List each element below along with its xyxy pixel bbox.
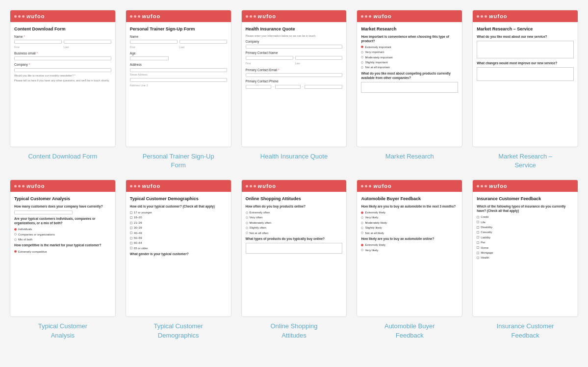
preview-header: wufoo (473, 180, 578, 192)
preview-header: wufoo (10, 180, 115, 192)
card-content-download[interactable]: wufoo Content Download Form Name * First… (10, 10, 116, 170)
field-email-label: Business email * (14, 51, 111, 55)
card-typical-customer-analysis[interactable]: wufoo Typical Customer Analysis How many… (10, 180, 116, 340)
preview-header: wufoo (357, 10, 462, 22)
card-label-automobile-feedback: Automobile BuyerFeedback (384, 322, 435, 340)
question-1: How many customers does your company hav… (14, 204, 111, 209)
preview-body: Market Research – Service What do you li… (473, 22, 578, 143)
question-2: How likely are you to buy an automobile … (361, 236, 458, 241)
card-preview-insurance-feedback: wufoo Insurance Customer Feedback Which … (472, 180, 578, 317)
question-1: How often do you buy products online? (246, 204, 343, 209)
preview-header: wufoo (10, 10, 115, 22)
form-title: Content Download Form (14, 26, 111, 32)
card-online-shopping[interactable]: wufoo Online Shopping Attitudes How ofte… (241, 180, 347, 340)
form-title: Typical Customer Analysis (14, 196, 111, 202)
card-preview-health-insurance: wufoo Health Insurance Quote Please ente… (241, 10, 347, 147)
wufoo-logo: wufoo (258, 183, 276, 189)
form-title: Automobile Buyer Feedback (361, 196, 458, 202)
card-preview-market-research: wufoo Market Research How important is c… (357, 10, 462, 147)
preview-body: Insurance Customer Feedback Which of the… (473, 192, 578, 313)
field-contact-name-label: Primary Contact Name (246, 51, 343, 55)
question-2: What gender is your typical customer? (130, 252, 227, 256)
card-preview-typical-customer-demographics: wufoo Typical Customer Demographics How … (126, 180, 231, 317)
preview-header: wufoo (126, 180, 231, 192)
field-name-label: Name (130, 34, 227, 39)
card-preview-automobile-feedback: wufoo Automobile Buyer Feedback How like… (357, 180, 462, 317)
preview-body: Typical Customer Analysis How many custo… (10, 192, 115, 313)
card-preview-personal-trainer: wufoo Personal Trainer Sign-Up Form Name… (126, 10, 231, 147)
card-automobile-feedback[interactable]: wufoo Automobile Buyer Feedback How like… (357, 180, 462, 340)
card-personal-trainer[interactable]: wufoo Personal Trainer Sign-Up Form Name… (126, 10, 231, 170)
question-1: What do you like most about our new serv… (477, 34, 574, 39)
card-insurance-feedback[interactable]: wufoo Insurance Customer Feedback Which … (472, 180, 578, 340)
question-2: Are your typical customers individuals, … (14, 216, 111, 225)
preview-header: wufoo (242, 180, 347, 192)
preview-body: Health Insurance Quote Please enter your… (242, 22, 347, 143)
card-label-typical-customer-analysis: Typical CustomerAnalysis (38, 322, 87, 340)
field-company-label: Company (246, 39, 343, 44)
preview-header: wufoo (357, 180, 462, 192)
wufoo-logo: wufoo (373, 13, 391, 19)
preview-body: Online Shopping Attitudes How often do y… (242, 192, 347, 313)
card-label-insurance-feedback: Insurance CustomerFeedback (497, 322, 554, 340)
question-2: What do you like most about competing pr… (361, 71, 458, 80)
preview-body: Typical Customer Demographics How old is… (126, 192, 231, 313)
wufoo-logo: wufoo (373, 183, 391, 189)
wufoo-logo: wufoo (489, 13, 507, 19)
field-contact-email-label: Primary Contact Email * (246, 68, 343, 72)
wufoo-logo: wufoo (26, 13, 45, 19)
wufoo-logo: wufoo (142, 13, 160, 19)
card-grid: wufoo Content Download Form Name * First… (10, 10, 578, 340)
card-market-research[interactable]: wufoo Market Research How important is c… (357, 10, 462, 170)
wufoo-logo: wufoo (489, 183, 507, 189)
field-age-label: Age (130, 51, 227, 55)
card-preview-market-research-service: wufoo Market Research – Service What do … (472, 10, 578, 147)
card-preview-online-shopping: wufoo Online Shopping Attitudes How ofte… (241, 180, 347, 317)
card-label-personal-trainer: Personal Trainer Sign-UpForm (143, 152, 214, 170)
preview-body: Content Download Form Name * First Last … (10, 22, 115, 143)
card-label-typical-customer-demographics: Typical CustomerDemographics (153, 322, 203, 340)
preview-body: Automobile Buyer Feedback How likely are… (357, 192, 462, 313)
card-label-market-research: Market Research (385, 152, 434, 161)
card-label-health-insurance: Health Insurance Quote (260, 152, 328, 161)
form-title: Health Insurance Quote (246, 26, 343, 32)
question-1: How old is your typical customer? (Check… (130, 204, 227, 209)
question-1: How likely are you to buy an automobile … (361, 204, 458, 209)
form-title: Typical Customer Demographics (130, 196, 227, 202)
card-typical-customer-demographics[interactable]: wufoo Typical Customer Demographics How … (126, 180, 231, 340)
question-1: How important is convenience when choosi… (361, 34, 458, 43)
wufoo-logo: wufoo (142, 183, 160, 189)
wufoo-logo: wufoo (26, 183, 45, 189)
preview-header: wufoo (126, 10, 231, 22)
form-title: Personal Trainer Sign-Up Form (130, 26, 227, 32)
preview-body: Market Research How important is conveni… (357, 22, 462, 143)
field-name-label: Name * (14, 34, 111, 39)
card-preview-content-download: wufoo Content Download Form Name * First… (10, 10, 116, 147)
wufoo-logo: wufoo (258, 13, 276, 19)
field-address-label: Address (130, 62, 227, 67)
card-label-online-shopping: Online ShoppingAttitudes (270, 322, 317, 340)
card-label-market-research-service: Market Research –Service (498, 152, 552, 170)
question-2: What types of products do you typically … (246, 236, 343, 241)
question-1: Which of the following types of insuranc… (477, 204, 574, 213)
field-contact-phone-label: Primary Contact Phone (246, 79, 343, 83)
form-title: Market Research – Service (477, 26, 574, 32)
preview-header: wufoo (473, 10, 578, 22)
card-health-insurance[interactable]: wufoo Health Insurance Quote Please ente… (241, 10, 347, 170)
card-market-research-service[interactable]: wufoo Market Research – Service What do … (472, 10, 578, 170)
form-title: Insurance Customer Feedback (477, 196, 574, 202)
card-preview-typical-customer-analysis: wufoo Typical Customer Analysis How many… (10, 180, 116, 317)
question-2: What changes would most improve our new … (477, 61, 574, 65)
preview-header: wufoo (242, 10, 347, 22)
question-3: How competitive is the market for your t… (14, 243, 111, 247)
field-company-label: Company * (14, 62, 111, 67)
form-title: Online Shopping Attitudes (246, 196, 343, 202)
card-label-content-download: Content Download Form (28, 152, 97, 161)
preview-body: Personal Trainer Sign-Up Form Name First… (126, 22, 231, 143)
form-title: Market Research (361, 26, 458, 32)
